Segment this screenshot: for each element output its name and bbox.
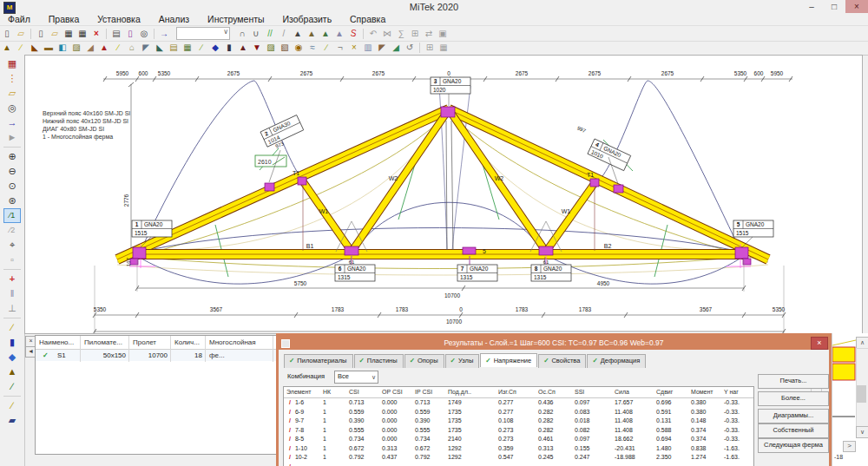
- layer-1-icon[interactable]: ∕1: [3, 208, 21, 223]
- menu-file[interactable]: Файл: [0, 14, 38, 24]
- truss-selector-combo[interactable]: ∨: [176, 27, 230, 40]
- ramp-tool-icon[interactable]: ◢: [389, 42, 403, 54]
- zoom-out-icon[interactable]: ⊖: [3, 164, 21, 179]
- slash-tool-icon[interactable]: ∕: [319, 42, 333, 54]
- print-icon[interactable]: ▤: [109, 28, 123, 40]
- table-row[interactable]: / 1-610.7130.0000.71317490.2770.4360.097…: [284, 398, 753, 408]
- truss-brown-icon[interactable]: ▲: [305, 28, 319, 40]
- panel-tool-icon[interactable]: ▤: [167, 42, 181, 54]
- post-tool-icon[interactable]: ▮: [222, 42, 236, 54]
- col-element[interactable]: Элемент: [284, 387, 320, 397]
- view-doc-icon[interactable]: ◎: [3, 101, 21, 115]
- col-ipcsi[interactable]: IP CSI: [412, 387, 445, 397]
- find-icon[interactable]: ⌖: [3, 238, 21, 253]
- col-shear[interactable]: Сдвиг: [654, 387, 688, 397]
- layout-icon[interactable]: ▦: [3, 56, 21, 71]
- tab-lumber[interactable]: ✓Пиломатериалы: [284, 354, 353, 368]
- draw-icon[interactable]: ∕: [3, 320, 21, 335]
- truss-row-s1[interactable]: ✓ S1 50x150 10700 18: [36, 350, 277, 361]
- col-ssi[interactable]: SSI: [572, 387, 612, 397]
- minimize-button[interactable]: –: [800, 0, 823, 13]
- rotate-tool-icon[interactable]: ↺: [403, 42, 417, 54]
- more-button[interactable]: Более...: [758, 391, 829, 406]
- sum-icon[interactable]: ∑: [394, 28, 408, 40]
- table-tool-icon[interactable]: ⊞: [423, 42, 437, 54]
- zoom-in-icon[interactable]: ⊕: [3, 149, 21, 164]
- columns-icon[interactable]: ‖: [3, 286, 21, 301]
- exit-door-icon[interactable]: →: [3, 115, 21, 130]
- table-row[interactable]: / 8-510.7340.0000.73421400.2730.4610.097…: [284, 435, 753, 444]
- menu-display[interactable]: Изобразить: [274, 14, 339, 24]
- library-icon[interactable]: ▮: [3, 335, 21, 350]
- zoom-all-icon[interactable]: ⊛: [3, 194, 21, 208]
- wave-tool-icon[interactable]: ≈: [306, 42, 319, 54]
- corner-tool-icon[interactable]: ◢: [83, 42, 97, 54]
- pencil-tool-icon[interactable]: ∕: [14, 42, 28, 54]
- roof-tool-icon[interactable]: ▲: [0, 42, 14, 54]
- menu-setup[interactable]: Установка: [89, 14, 148, 24]
- hatch-roof-icon[interactable]: ▨: [69, 42, 83, 54]
- diagrams-button[interactable]: Диаграммы...: [758, 409, 829, 423]
- check-box-icon[interactable]: ▣: [436, 28, 450, 40]
- dark-roof-icon[interactable]: ▲: [236, 42, 250, 54]
- delete-icon[interactable]: ×: [89, 28, 103, 40]
- target-tool-icon[interactable]: ◉: [292, 42, 306, 54]
- table-row[interactable]: / 9-710.3900.0000.39017350.1080.2820.018…: [284, 417, 753, 426]
- table-row[interactable]: / 6-910.5590.0000.55917350.2770.2820.083…: [284, 408, 753, 417]
- zoom-window-icon[interactable]: ⊙: [3, 179, 21, 194]
- pitch-tool-icon[interactable]: ∕: [194, 42, 208, 54]
- join-icon[interactable]: ⋈: [380, 28, 394, 40]
- print-preview-icon[interactable]: ◎: [137, 28, 151, 40]
- tab-supports[interactable]: ✓Опоры: [404, 354, 444, 368]
- dialog-title-bar[interactable]: Результаты - Слой.=1 Шаг=600 CSI: TC=0.9…: [279, 336, 829, 350]
- table-row[interactable]: / 1-1010.6720.3130.67212920.3590.3130.15…: [284, 444, 753, 454]
- scroll-right-button[interactable]: >: [843, 441, 856, 452]
- tab-deformation[interactable]: ✓Деформация: [587, 354, 646, 368]
- truss-edit-icon[interactable]: ▲: [332, 28, 346, 40]
- arc-down-icon[interactable]: ∩: [235, 28, 249, 40]
- hatch-icon[interactable]: //: [263, 28, 277, 40]
- wedge-tool-icon[interactable]: ◤: [375, 42, 389, 54]
- sketch-icon[interactable]: ∕: [3, 398, 21, 413]
- tab-stress[interactable]: ✓Напряжение: [480, 353, 537, 367]
- drawing-canvas[interactable]: Верхний пояс 40x160 SM-JD SI Нижний пояс…: [24, 55, 863, 334]
- col-moment[interactable]: Момент: [688, 387, 721, 397]
- maximize-button[interactable]: □: [823, 0, 845, 13]
- table-row[interactable]: / 10-210.7920.4370.79212920.5470.2450.24…: [284, 453, 753, 463]
- select-region-icon[interactable]: ▫: [3, 253, 21, 267]
- valley-tool-icon[interactable]: ◣: [153, 42, 167, 54]
- level-icon[interactable]: ⊥: [3, 301, 21, 316]
- menu-help[interactable]: Справка: [342, 14, 393, 24]
- scroll-up-button[interactable]: ∧: [856, 337, 868, 349]
- hip-tool-icon[interactable]: ◤: [139, 42, 153, 54]
- next-truss-button[interactable]: Следующая ферма: [758, 438, 829, 453]
- combination-combo[interactable]: Все ∨: [334, 371, 378, 384]
- truss-icon[interactable]: ▲: [3, 364, 21, 379]
- tab-nodes[interactable]: ✓Узлы: [445, 354, 480, 368]
- col-bending[interactable]: Изг.Сп: [496, 387, 536, 397]
- tab-properties[interactable]: ✓Свойства: [538, 354, 586, 368]
- frame-tool-icon[interactable]: ▦: [181, 42, 194, 54]
- texture-tool-icon[interactable]: ▧: [278, 42, 292, 54]
- col-opcsi[interactable]: OP CSI: [379, 387, 412, 397]
- menu-tools[interactable]: Инструменты: [200, 14, 272, 24]
- col-csi[interactable]: CSI: [346, 387, 379, 397]
- selfweight-button[interactable]: Собственный: [758, 423, 829, 438]
- slope-icon[interactable]: /: [277, 28, 291, 40]
- arc-up-icon[interactable]: ∪: [249, 28, 263, 40]
- open-folder-icon[interactable]: ▱: [14, 28, 28, 40]
- curve-icon[interactable]: S: [346, 28, 360, 40]
- deck-tool-icon[interactable]: ▥: [361, 42, 375, 54]
- col-bearing[interactable]: Под.дл..: [445, 387, 496, 397]
- marker-tool-icon[interactable]: ∕: [111, 42, 125, 54]
- save-all-icon[interactable]: ▦: [76, 28, 89, 40]
- home-tool-icon[interactable]: ⌂: [125, 42, 139, 54]
- layer-2-icon[interactable]: ∕2: [3, 223, 21, 238]
- col-yload[interactable]: Y наг: [721, 387, 747, 397]
- window-tool-icon[interactable]: ◧: [56, 42, 69, 54]
- cross-tool-icon[interactable]: ×: [347, 42, 361, 54]
- bracket-tool-icon[interactable]: ¬: [333, 42, 347, 54]
- open-recent-icon[interactable]: ▱: [48, 28, 62, 40]
- col-nk[interactable]: НК: [320, 387, 346, 397]
- table-row-partial[interactable]: /: [284, 463, 753, 466]
